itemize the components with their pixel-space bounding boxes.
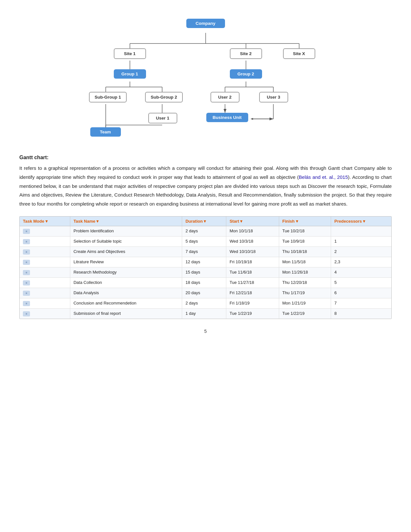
org-node-site1: Site 1 <box>114 48 146 59</box>
task-duration-cell: 12 days <box>182 257 226 267</box>
svg-marker-24 <box>250 118 253 120</box>
task-mode-cell: ≡ <box>20 257 70 267</box>
task-duration-cell: 2 days <box>182 226 226 236</box>
task-start-cell: Wed 10/10/18 <box>226 247 279 257</box>
org-node-user1: User 1 <box>148 113 177 123</box>
org-node-site2: Site 2 <box>230 48 262 59</box>
org-node-siteX: Site X <box>283 48 315 59</box>
task-name-cell: Selection of Suitable topic <box>70 236 182 247</box>
table-row: ≡ Submission of final report 1 day Tue 1… <box>20 308 391 319</box>
task-pred-cell: 5 <box>331 277 391 288</box>
task-mode-icon: ≡ <box>23 311 30 316</box>
org-node-subgroup1: Sub-Group 1 <box>89 92 127 102</box>
task-mode-cell: ≡ <box>20 298 70 308</box>
task-mode-icon: ≡ <box>23 249 30 255</box>
table-row: ≡ Data Analysis 20 days Fri 12/21/18 Thu… <box>20 288 391 298</box>
gantt-table: Task Mode ▾ Task Name ▾ Duration ▾ Start… <box>20 217 391 319</box>
org-node-group2: Group 2 <box>230 69 262 79</box>
task-finish-cell: Mon 11/5/18 <box>279 257 331 267</box>
table-row: ≡ Problem Identification 2 days Mon 10/1… <box>20 226 391 236</box>
task-finish-cell: Mon 11/26/18 <box>279 267 331 277</box>
task-mode-cell: ≡ <box>20 236 70 247</box>
task-duration-cell: 20 days <box>182 288 226 298</box>
task-finish-cell: Mon 1/21/19 <box>279 298 331 308</box>
task-start-cell: Tue 1/22/19 <box>226 308 279 319</box>
task-mode-icon: ≡ <box>23 239 30 244</box>
task-mode-cell: ≡ <box>20 308 70 319</box>
org-chart: Company Site 1 Site 2 Site X Group 1 Gro… <box>67 13 344 148</box>
task-duration-cell: 15 days <box>182 267 226 277</box>
task-mode-icon: ≡ <box>23 301 30 306</box>
org-node-user3: User 3 <box>259 92 288 102</box>
task-mode-icon: ≡ <box>23 270 30 275</box>
col-header-finish[interactable]: Finish ▾ <box>279 217 331 226</box>
task-duration-cell: 5 days <box>182 236 226 247</box>
task-start-cell: Mon 10/1/18 <box>226 226 279 236</box>
task-mode-icon: ≡ <box>23 280 30 285</box>
task-finish-cell: Tue 10/9/18 <box>279 236 331 247</box>
table-row: ≡ Create Aims and Objectives 7 days Wed … <box>20 247 391 257</box>
task-start-cell: Fri 1/18/19 <box>226 298 279 308</box>
task-pred-cell: 1 <box>331 236 391 247</box>
gantt-title: Gantt chart: <box>19 155 392 160</box>
task-mode-cell: ≡ <box>20 288 70 298</box>
task-start-cell: Tue 11/6/18 <box>226 267 279 277</box>
table-row: ≡ Conclusion and Recommendetion 2 days F… <box>20 298 391 308</box>
task-finish-cell: Tue 1/22/19 <box>279 308 331 319</box>
org-node-team: Team <box>90 127 121 137</box>
col-header-predecessors[interactable]: Predecessors ▾ <box>331 217 391 226</box>
task-finish-cell: Thu 12/20/18 <box>279 277 331 288</box>
task-finish-cell: Thu 10/18/18 <box>279 247 331 257</box>
task-name-cell: Conclusion and Recommendetion <box>70 298 182 308</box>
task-duration-cell: 18 days <box>182 277 226 288</box>
task-start-cell: Tue 11/27/18 <box>226 277 279 288</box>
task-pred-cell: 2,3 <box>331 257 391 267</box>
org-node-business-unit: Business Unit <box>206 113 248 122</box>
task-duration-cell: 1 day <box>182 308 226 319</box>
task-pred-cell: 2 <box>331 247 391 257</box>
task-name-cell: Data Analysis <box>70 288 182 298</box>
task-duration-cell: 2 days <box>182 298 226 308</box>
table-row: ≡ Litrature Review 12 days Fri 10/19/18 … <box>20 257 391 267</box>
col-header-duration[interactable]: Duration ▾ <box>182 217 226 226</box>
citation: Belás and et. al., 2015 <box>299 174 348 180</box>
task-mode-icon: ≡ <box>23 229 30 234</box>
col-header-start[interactable]: Start ▾ <box>226 217 279 226</box>
task-finish-cell: Tue 10/2/18 <box>279 226 331 236</box>
task-name-cell: Create Aims and Objectives <box>70 247 182 257</box>
table-row: ≡ Research Methodology 15 days Tue 11/6/… <box>20 267 391 277</box>
task-mode-cell: ≡ <box>20 226 70 236</box>
gantt-body-text: It refers to a graphical representation … <box>19 164 392 208</box>
col-header-task-mode[interactable]: Task Mode ▾ <box>20 217 70 226</box>
task-finish-cell: Thu 1/17/19 <box>279 288 331 298</box>
org-node-company: Company <box>186 19 225 28</box>
task-start-cell: Fri 10/19/18 <box>226 257 279 267</box>
table-row: ≡ Data Collection 18 days Tue 11/27/18 T… <box>20 277 391 288</box>
task-name-cell: Research Methodology <box>70 267 182 277</box>
org-node-user2: User 2 <box>210 92 240 102</box>
task-name-cell: Submission of final report <box>70 308 182 319</box>
task-name-cell: Data Collection <box>70 277 182 288</box>
task-mode-icon: ≡ <box>23 260 30 265</box>
page-number: 5 <box>19 329 392 334</box>
task-mode-cell: ≡ <box>20 277 70 288</box>
task-start-cell: Wed 10/3/18 <box>226 236 279 247</box>
task-pred-cell: 6 <box>331 288 391 298</box>
task-name-cell: Litrature Review <box>70 257 182 267</box>
col-header-task-name[interactable]: Task Name ▾ <box>70 217 182 226</box>
task-mode-icon: ≡ <box>23 291 30 296</box>
task-pred-cell <box>331 226 391 236</box>
task-mode-cell: ≡ <box>20 247 70 257</box>
table-row: ≡ Selection of Suitable topic 5 days Wed… <box>20 236 391 247</box>
task-pred-cell: 7 <box>331 298 391 308</box>
task-pred-cell: 8 <box>331 308 391 319</box>
org-node-group1: Group 1 <box>114 69 146 79</box>
task-start-cell: Fri 12/21/18 <box>226 288 279 298</box>
task-name-cell: Problem Identification <box>70 226 182 236</box>
org-node-subgroup2: Sub-Group 2 <box>145 92 183 102</box>
task-mode-cell: ≡ <box>20 267 70 277</box>
task-duration-cell: 7 days <box>182 247 226 257</box>
gantt-table-wrapper: Task Mode ▾ Task Name ▾ Duration ▾ Start… <box>19 216 392 319</box>
task-pred-cell: 4 <box>331 267 391 277</box>
